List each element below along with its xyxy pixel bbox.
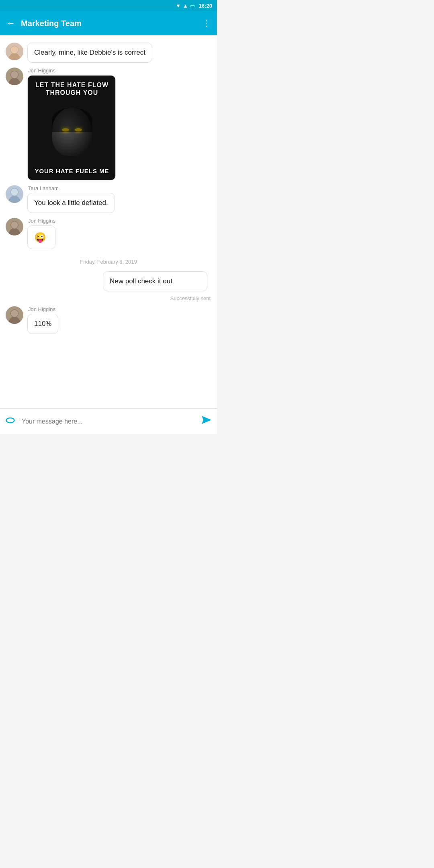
message-content: Jon Higgins 😜 <box>27 218 55 250</box>
meme-face <box>52 108 92 156</box>
message-row: Clearly, mine, like Debbie's is correct <box>0 40 217 65</box>
message-row: Tara Lanham You look a little deflated. <box>0 183 217 215</box>
input-bar <box>0 408 217 434</box>
avatar <box>6 306 23 324</box>
message-input[interactable] <box>22 418 195 425</box>
signal-icon: ▲ <box>183 3 188 9</box>
chat-title: Marketing Team <box>21 19 196 28</box>
message-bubble: 😜 <box>27 225 55 250</box>
meme-image: LET THE HATE FLOW THROUGH YOU YOUR HATE … <box>28 76 116 180</box>
svg-marker-21 <box>202 416 211 424</box>
svg-point-3 <box>11 46 18 53</box>
svg-point-7 <box>11 71 18 78</box>
wifi-icon: ▼ <box>176 3 181 9</box>
message-text: Clearly, mine, like Debbie's is correct <box>34 49 145 56</box>
message-bubble-sent: New poll check it out <box>103 271 207 291</box>
message-content: Jon Higgins LET THE HATE FLOW THROUGH YO… <box>27 68 116 180</box>
sender-name: Jon Higgins <box>28 68 116 74</box>
sender-name: Jon Higgins <box>28 306 58 312</box>
chat-area: Clearly, mine, like Debbie's is correct … <box>0 35 217 408</box>
attach-button[interactable] <box>2 412 20 430</box>
meme-top-text: LET THE HATE FLOW THROUGH YOU <box>32 81 112 96</box>
meme-eyes <box>62 128 82 131</box>
status-time: 16:20 <box>199 3 212 9</box>
svg-point-15 <box>11 221 18 229</box>
message-row: Jon Higgins LET THE HATE FLOW THROUGH YO… <box>0 65 217 183</box>
message-text: 110% <box>34 320 51 328</box>
avatar <box>6 68 23 85</box>
sender-name: Tara Lanham <box>28 185 115 191</box>
message-status: Successfully sent <box>0 295 217 301</box>
avatar <box>6 185 23 203</box>
message-emoji: 😜 <box>34 232 46 243</box>
message-row-sent: New poll check it out <box>0 269 217 294</box>
message-bubble: 110% <box>27 314 58 334</box>
message-content: Tara Lanham You look a little deflated. <box>27 185 115 213</box>
message-text: You look a little deflated. <box>34 199 108 207</box>
message-text: New poll check it out <box>110 277 172 285</box>
battery-icon: ▭ <box>190 3 195 9</box>
avatar <box>6 43 23 60</box>
meme-eye-left <box>62 128 69 131</box>
chat-header: ← Marketing Team ⋮ <box>0 11 217 35</box>
message-content: Jon Higgins 110% <box>27 306 58 334</box>
message-row: Jon Higgins 😜 <box>0 215 217 252</box>
status-icons: ▼ ▲ ▭ <box>176 3 195 9</box>
menu-button[interactable]: ⋮ <box>202 18 211 29</box>
svg-point-20 <box>6 418 14 423</box>
send-button[interactable] <box>200 414 211 428</box>
meme-bubble: LET THE HATE FLOW THROUGH YOU YOUR HATE … <box>27 75 116 180</box>
message-content: New poll check it out <box>103 271 207 291</box>
message-bubble: Clearly, mine, like Debbie's is correct <box>27 43 152 63</box>
date-separator: Friday, February 8, 2019 <box>0 259 217 265</box>
message-content: Clearly, mine, like Debbie's is correct <box>27 43 152 63</box>
back-button[interactable]: ← <box>6 18 15 29</box>
avatar <box>6 218 23 235</box>
message-row: Jon Higgins 110% <box>0 304 217 336</box>
sender-name: Jon Higgins <box>28 218 55 224</box>
meme-bottom-text: YOUR HATE FUELS ME <box>35 168 109 174</box>
status-bar: ▼ ▲ ▭ 16:20 <box>0 0 217 11</box>
svg-point-11 <box>11 188 18 196</box>
meme-eye-right <box>75 128 82 131</box>
message-bubble: You look a little deflated. <box>27 193 115 213</box>
svg-point-19 <box>11 310 18 317</box>
